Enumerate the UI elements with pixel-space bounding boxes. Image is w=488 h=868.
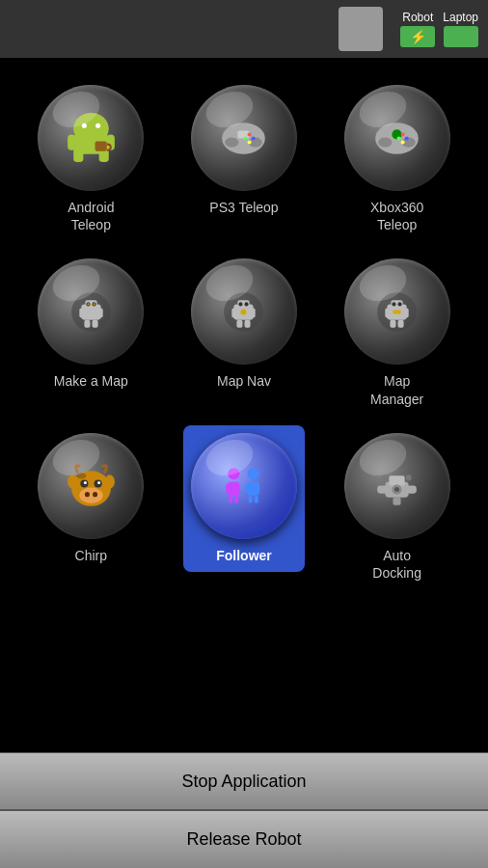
svg-point-52	[398, 302, 402, 306]
release-robot-button[interactable]: Release Robot	[0, 810, 488, 868]
map-nav-label: Map Nav	[217, 372, 271, 390]
svg-rect-83	[377, 486, 387, 494]
auto-docking-icon	[344, 433, 450, 539]
svg-rect-73	[230, 496, 233, 503]
robot-battery-label: Robot	[402, 11, 433, 24]
svg-rect-84	[407, 486, 417, 494]
svg-rect-57	[393, 310, 401, 313]
app-item-make-a-map[interactable]: Make a Map	[30, 251, 151, 397]
svg-point-75	[248, 468, 259, 479]
android-teleop-label: Android Teleop	[68, 199, 114, 233]
svg-rect-10	[95, 141, 106, 150]
svg-point-61	[93, 492, 97, 497]
svg-point-64	[84, 481, 87, 484]
svg-point-88	[406, 475, 412, 481]
svg-point-65	[97, 481, 100, 484]
svg-point-25	[397, 136, 401, 140]
app-item-map-manager[interactable]: Map Manager	[337, 251, 458, 415]
app-item-chirp[interactable]: Chirp	[30, 425, 151, 572]
svg-point-37	[93, 303, 95, 305]
app-item-follower[interactable]: Follower	[183, 425, 305, 572]
stop-application-button[interactable]: Stop Application	[0, 752, 488, 810]
svg-point-41	[239, 302, 243, 306]
svg-rect-53	[385, 308, 390, 317]
laptop-battery-icon	[444, 26, 478, 47]
chirp-label: Chirp	[75, 547, 107, 564]
svg-point-6	[82, 122, 87, 127]
app-grid: Android Teleop PS3 Teleop	[0, 58, 488, 609]
svg-point-59	[79, 488, 102, 503]
svg-point-60	[85, 492, 90, 497]
svg-rect-5	[98, 149, 108, 161]
svg-point-20	[378, 137, 392, 147]
svg-point-23	[401, 132, 405, 136]
svg-point-24	[405, 136, 409, 140]
app-item-auto-docking[interactable]: Auto Docking	[337, 425, 458, 589]
make-a-map-label: Make a Map	[54, 372, 128, 390]
status-bar: Robot ⚡ Laptop	[0, 0, 488, 58]
svg-rect-32	[79, 308, 84, 317]
svg-rect-54	[404, 308, 409, 317]
svg-point-67	[105, 475, 115, 489]
follower-label: Follower	[216, 547, 272, 564]
xbox360-teleop-icon	[344, 85, 450, 191]
svg-point-26	[401, 140, 405, 144]
svg-point-66	[68, 475, 77, 489]
svg-rect-72	[235, 484, 240, 494]
svg-rect-43	[232, 308, 237, 317]
svg-rect-45	[237, 320, 243, 328]
svg-rect-80	[255, 496, 258, 503]
svg-point-42	[245, 302, 249, 306]
robot-battery: Robot ⚡	[400, 11, 435, 47]
svg-point-87	[382, 475, 388, 481]
svg-rect-79	[249, 496, 253, 503]
svg-rect-46	[245, 320, 251, 328]
svg-rect-33	[97, 308, 102, 317]
svg-point-47	[241, 309, 247, 314]
svg-rect-35	[92, 320, 97, 328]
chirp-icon	[38, 433, 144, 539]
battery-bolt-icon: ⚡	[410, 29, 426, 44]
app-item-ps3-teleop[interactable]: PS3 Teleop	[183, 77, 305, 224]
svg-point-51	[393, 302, 396, 306]
android-teleop-icon	[38, 85, 144, 191]
svg-point-18	[248, 140, 252, 144]
robot-battery-icon: ⚡	[400, 26, 435, 47]
ps3-teleop-icon	[191, 85, 297, 191]
map-manager-label: Map Manager	[370, 372, 423, 407]
svg-rect-55	[391, 320, 396, 328]
svg-rect-78	[255, 484, 259, 494]
device-thumbnail	[339, 7, 383, 51]
svg-point-16	[252, 136, 256, 140]
svg-rect-2	[68, 134, 75, 149]
svg-rect-82	[390, 476, 405, 486]
app-item-android-teleop[interactable]: Android Teleop	[30, 77, 151, 241]
svg-point-68	[76, 474, 86, 479]
svg-rect-34	[84, 320, 90, 328]
laptop-battery: Laptop	[443, 11, 478, 47]
map-manager-icon	[344, 258, 450, 365]
svg-point-12	[226, 137, 239, 147]
svg-rect-71	[227, 484, 231, 494]
make-a-map-icon	[38, 258, 144, 365]
svg-point-17	[244, 136, 248, 140]
svg-rect-44	[251, 308, 256, 317]
xbox360-teleop-label: Xbox360 Teleop	[370, 199, 423, 233]
svg-rect-77	[246, 484, 251, 494]
follower-icon	[191, 433, 297, 539]
svg-point-69	[229, 468, 240, 479]
app-item-xbox360-teleop[interactable]: Xbox360 Teleop	[337, 77, 458, 241]
svg-line-8	[79, 115, 85, 121]
bottom-buttons: Stop Application Release Robot	[0, 752, 488, 868]
ps3-teleop-label: PS3 Teleop	[209, 199, 278, 216]
svg-rect-89	[393, 498, 401, 505]
svg-point-15	[248, 132, 252, 136]
auto-docking-label: Auto Docking	[372, 547, 421, 582]
svg-rect-74	[235, 496, 239, 503]
map-nav-icon	[191, 258, 297, 365]
svg-rect-4	[73, 149, 83, 161]
svg-point-36	[87, 303, 89, 305]
app-item-map-nav[interactable]: Map Nav	[183, 251, 305, 397]
svg-rect-56	[398, 320, 404, 328]
laptop-battery-label: Laptop	[443, 11, 478, 24]
